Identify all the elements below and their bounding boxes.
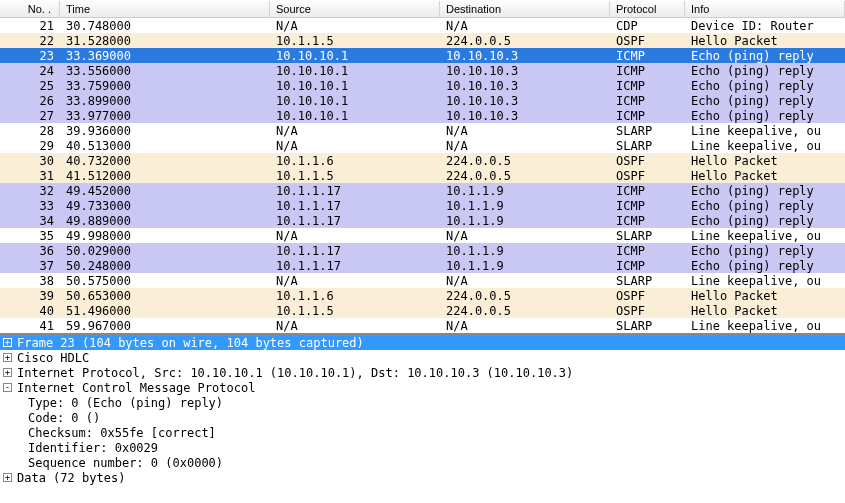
cell-time: 49.998000 <box>60 229 270 243</box>
packet-row[interactable]: 4159.967000N/AN/ASLARPLine keepalive, ou <box>0 318 845 333</box>
cell-info: Echo (ping) reply <box>685 244 845 258</box>
cell-protocol: SLARP <box>610 229 685 243</box>
detail-icmp-code[interactable]: Code: 0 () <box>0 410 845 425</box>
packet-row[interactable]: 2940.513000N/AN/ASLARPLine keepalive, ou <box>0 138 845 153</box>
packet-row[interactable]: 3650.02900010.1.1.1710.1.1.9ICMPEcho (pi… <box>0 243 845 258</box>
packet-row[interactable]: 2633.89900010.10.10.110.10.10.3ICMPEcho … <box>0 93 845 108</box>
packet-row[interactable]: 3449.88900010.1.1.1710.1.1.9ICMPEcho (pi… <box>0 213 845 228</box>
detail-icmp-seq[interactable]: Sequence number: 0 (0x0000) <box>0 455 845 470</box>
packet-row[interactable]: 3249.45200010.1.1.1710.1.1.9ICMPEcho (pi… <box>0 183 845 198</box>
packet-row[interactable]: 3950.65300010.1.1.6224.0.0.5OSPFHello Pa… <box>0 288 845 303</box>
cell-protocol: SLARP <box>610 124 685 138</box>
cell-protocol: ICMP <box>610 184 685 198</box>
cell-source: 10.1.1.5 <box>270 169 440 183</box>
cell-no: 38 <box>0 274 60 288</box>
expand-icon[interactable]: + <box>2 337 13 348</box>
cell-source: 10.10.10.1 <box>270 109 440 123</box>
packet-row[interactable]: 2130.748000N/AN/ACDPDevice ID: Router <box>0 18 845 33</box>
cell-destination: 224.0.0.5 <box>440 304 610 318</box>
cell-source: N/A <box>270 274 440 288</box>
cell-destination: N/A <box>440 229 610 243</box>
packet-row[interactable]: 3040.73200010.1.1.6224.0.0.5OSPFHello Pa… <box>0 153 845 168</box>
cell-info: Line keepalive, ou <box>685 124 845 138</box>
col-header-no[interactable]: No. . <box>0 1 60 17</box>
cell-source: 10.1.1.5 <box>270 34 440 48</box>
cell-protocol: OSPF <box>610 169 685 183</box>
cell-protocol: OSPF <box>610 34 685 48</box>
cell-no: 31 <box>0 169 60 183</box>
packet-row[interactable]: 2533.75900010.10.10.110.10.10.3ICMPEcho … <box>0 78 845 93</box>
cell-info: Echo (ping) reply <box>685 79 845 93</box>
cell-time: 39.936000 <box>60 124 270 138</box>
packet-row[interactable]: 3141.51200010.1.1.5224.0.0.5OSPFHello Pa… <box>0 168 845 183</box>
column-headers[interactable]: No. . Time Source Destination Protocol I… <box>0 0 845 18</box>
packet-list[interactable]: No. . Time Source Destination Protocol I… <box>0 0 845 333</box>
col-header-info[interactable]: Info <box>685 1 845 17</box>
col-header-source[interactable]: Source <box>270 1 440 17</box>
cell-info: Line keepalive, ou <box>685 319 845 333</box>
detail-ip[interactable]: + Internet Protocol, Src: 10.10.10.1 (10… <box>0 365 845 380</box>
packet-row[interactable]: 3850.575000N/AN/ASLARPLine keepalive, ou <box>0 273 845 288</box>
packet-rows: 2130.748000N/AN/ACDPDevice ID: Router223… <box>0 18 845 333</box>
cell-time: 59.967000 <box>60 319 270 333</box>
packet-row[interactable]: 2231.52800010.1.1.5224.0.0.5OSPFHello Pa… <box>0 33 845 48</box>
cell-destination: 224.0.0.5 <box>440 154 610 168</box>
cell-time: 49.452000 <box>60 184 270 198</box>
collapse-icon[interactable]: - <box>2 382 13 393</box>
cell-destination: 10.10.10.3 <box>440 64 610 78</box>
cell-destination: 10.1.1.9 <box>440 199 610 213</box>
detail-icmp[interactable]: - Internet Control Message Protocol <box>0 380 845 395</box>
cell-destination: 10.10.10.3 <box>440 49 610 63</box>
cell-time: 33.899000 <box>60 94 270 108</box>
packet-row[interactable]: 4051.49600010.1.1.5224.0.0.5OSPFHello Pa… <box>0 303 845 318</box>
cell-info: Hello Packet <box>685 34 845 48</box>
cell-time: 30.748000 <box>60 19 270 33</box>
cell-no: 27 <box>0 109 60 123</box>
packet-detail-pane[interactable]: + Frame 23 (104 bytes on wire, 104 bytes… <box>0 333 845 485</box>
detail-frame[interactable]: + Frame 23 (104 bytes on wire, 104 bytes… <box>0 335 845 350</box>
packet-row[interactable]: 2333.36900010.10.10.110.10.10.3ICMPEcho … <box>0 48 845 63</box>
cell-source: 10.1.1.17 <box>270 244 440 258</box>
cell-no: 33 <box>0 199 60 213</box>
packet-row[interactable]: 3349.73300010.1.1.1710.1.1.9ICMPEcho (pi… <box>0 198 845 213</box>
cell-source: 10.1.1.17 <box>270 259 440 273</box>
col-header-protocol[interactable]: Protocol <box>610 1 685 17</box>
cell-source: 10.1.1.5 <box>270 304 440 318</box>
detail-icmp-type[interactable]: Type: 0 (Echo (ping) reply) <box>0 395 845 410</box>
cell-no: 23 <box>0 49 60 63</box>
detail-icmp-checksum[interactable]: Checksum: 0x55fe [correct] <box>0 425 845 440</box>
cell-no: 30 <box>0 154 60 168</box>
cell-protocol: ICMP <box>610 94 685 108</box>
cell-protocol: SLARP <box>610 139 685 153</box>
cell-destination: 224.0.0.5 <box>440 34 610 48</box>
cell-info: Echo (ping) reply <box>685 49 845 63</box>
detail-data[interactable]: + Data (72 bytes) <box>0 470 845 485</box>
col-header-destination[interactable]: Destination <box>440 1 610 17</box>
detail-icmp-identifier[interactable]: Identifier: 0x0029 <box>0 440 845 455</box>
cell-source: N/A <box>270 229 440 243</box>
packet-row[interactable]: 2839.936000N/AN/ASLARPLine keepalive, ou <box>0 123 845 138</box>
cell-time: 41.512000 <box>60 169 270 183</box>
expand-icon[interactable]: + <box>2 472 13 483</box>
packet-row[interactable]: 3750.24800010.1.1.1710.1.1.9ICMPEcho (pi… <box>0 258 845 273</box>
cell-destination: 10.1.1.9 <box>440 184 610 198</box>
detail-l2[interactable]: + Cisco HDLC <box>0 350 845 365</box>
cell-no: 35 <box>0 229 60 243</box>
packet-row[interactable]: 3549.998000N/AN/ASLARPLine keepalive, ou <box>0 228 845 243</box>
cell-info: Echo (ping) reply <box>685 259 845 273</box>
detail-frame-text: Frame 23 (104 bytes on wire, 104 bytes c… <box>17 336 364 350</box>
cell-info: Line keepalive, ou <box>685 274 845 288</box>
cell-protocol: OSPF <box>610 154 685 168</box>
packet-row[interactable]: 2433.55600010.10.10.110.10.10.3ICMPEcho … <box>0 63 845 78</box>
cell-time: 50.653000 <box>60 289 270 303</box>
cell-time: 31.528000 <box>60 34 270 48</box>
cell-no: 29 <box>0 139 60 153</box>
packet-row[interactable]: 2733.97700010.10.10.110.10.10.3ICMPEcho … <box>0 108 845 123</box>
cell-source: 10.1.1.17 <box>270 199 440 213</box>
cell-protocol: ICMP <box>610 244 685 258</box>
cell-info: Echo (ping) reply <box>685 199 845 213</box>
col-header-time[interactable]: Time <box>60 1 270 17</box>
expand-icon[interactable]: + <box>2 352 13 363</box>
expand-icon[interactable]: + <box>2 367 13 378</box>
cell-info: Echo (ping) reply <box>685 184 845 198</box>
